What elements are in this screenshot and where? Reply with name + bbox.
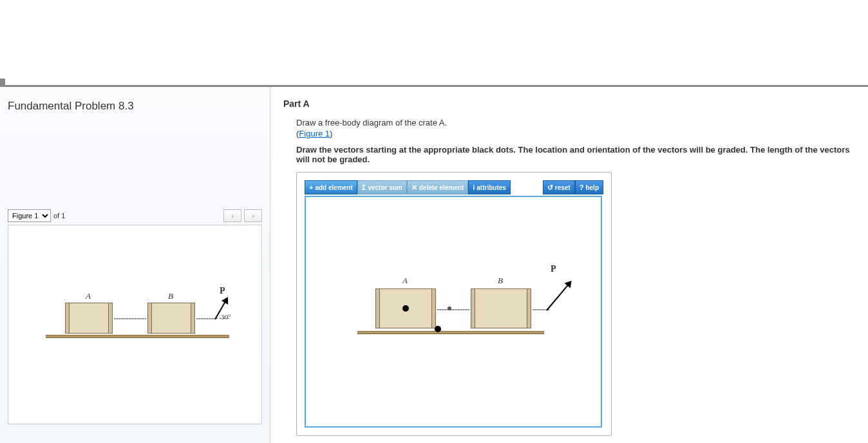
canvas-dot-center-a[interactable] [402, 305, 409, 312]
reset-button[interactable]: ↺reset [543, 180, 575, 194]
instruction-block: Draw a free-body diagram of the crate A.… [283, 118, 855, 164]
problem-title: Fundamental Problem 8.3 [8, 100, 262, 113]
main-content: Fundamental Problem 8.3 Figure 1 of 1 ‹ … [0, 87, 868, 443]
canvas-crate-b-label: B [498, 276, 503, 286]
canvas-crate-a-label: A [402, 276, 408, 286]
figure-select[interactable]: Figure 1 [8, 209, 51, 222]
canvas-dot-bottom-a[interactable] [435, 326, 441, 332]
vector-toolbar: +add element Σvector sum ✕delete element… [305, 180, 603, 194]
canvas-force-p-label: P [551, 264, 556, 274]
figure-next-button[interactable]: › [244, 209, 262, 222]
sigma-icon: Σ [362, 184, 366, 191]
part-title: Part A [283, 99, 855, 109]
right-panel: Part A Draw a free-body diagram of the c… [270, 87, 868, 443]
drawing-canvas[interactable]: A B P [305, 196, 602, 428]
figure-crate-a-label: A [86, 291, 91, 301]
delete-element-button[interactable]: ✕delete element [407, 180, 468, 194]
undo-icon: ↺ [547, 184, 553, 192]
figure-prev-button[interactable]: ‹ [223, 209, 241, 222]
x-icon: ✕ [411, 184, 417, 192]
figure-1-image: A B P 30° [8, 225, 262, 424]
figure-crate-b-label: B [168, 291, 173, 301]
help-button[interactable]: ?help [575, 180, 603, 194]
left-panel: Fundamental Problem 8.3 Figure 1 of 1 ‹ … [0, 87, 270, 443]
grading-instruction: Draw the vectors starting at the appropr… [296, 145, 855, 164]
question-icon: ? [580, 184, 584, 191]
info-icon: i [473, 184, 475, 191]
figure-force-p-label: P [220, 286, 225, 296]
vector-sum-button[interactable]: Σvector sum [357, 180, 407, 194]
attributes-button[interactable]: iattributes [468, 180, 511, 194]
top-spacer [0, 0, 868, 87]
figure-count-label: of 1 [53, 212, 65, 220]
add-element-button[interactable]: +add element [305, 180, 357, 194]
plus-icon: + [309, 184, 313, 191]
figure-angle-label: 30° [221, 313, 231, 321]
figure-selector-bar: Figure 1 of 1 ‹ › [8, 209, 262, 222]
figure-link[interactable]: Figure 1 [299, 129, 330, 138]
vector-tool-container: +add element Σvector sum ✕delete element… [296, 172, 612, 436]
instruction-text: Draw a free-body diagram of the crate A. [296, 118, 855, 127]
canvas-dot-rope[interactable] [448, 306, 451, 310]
